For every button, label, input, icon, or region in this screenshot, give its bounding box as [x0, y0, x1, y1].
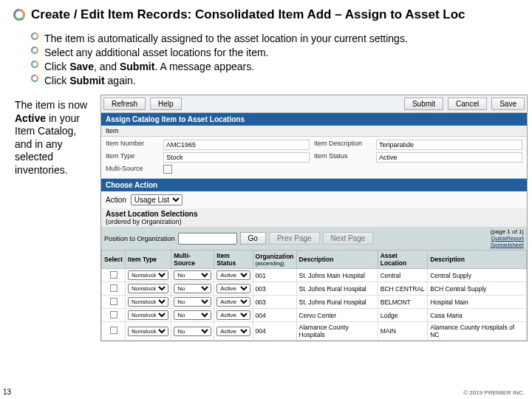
table-row: NonstockNoActive004Alamance County Hospi… — [102, 322, 527, 341]
row-adesc: BCH Central Supply — [428, 282, 527, 296]
row-org: 003 — [253, 282, 296, 296]
row-org: 003 — [253, 296, 296, 309]
row-type-select[interactable]: Nonstock — [128, 310, 168, 320]
row-multi-select[interactable]: No — [174, 327, 211, 336]
list-item: Click Save, and Submit. A message appear… — [31, 61, 517, 72]
row-select-checkbox[interactable] — [110, 327, 117, 334]
panel-title: Assign Catalog Item to Asset Locations — [101, 113, 527, 126]
row-multi-select[interactable]: No — [174, 310, 211, 320]
bullet-list: The item is automatically assigned to th… — [0, 27, 532, 93]
col-adesc: Description — [428, 250, 527, 269]
refresh-button[interactable]: Refresh — [103, 98, 146, 110]
bullet-icon — [31, 75, 38, 82]
position-input[interactable] — [178, 233, 237, 245]
row-org: 004 — [253, 309, 296, 322]
table-row: NonstockNoActive004Cervo CenterLodgeCasa… — [102, 309, 527, 322]
row-asset: Lodge — [378, 309, 428, 322]
col-desc: Description — [296, 250, 378, 269]
row-asset: BCH CENTRAL — [378, 282, 428, 296]
item-status-label: Item Status — [314, 152, 372, 163]
row-adesc: Hospital Main — [428, 296, 527, 309]
item-number-label: Item Number — [106, 140, 159, 150]
page-indicator: (page 1 of 1) — [491, 228, 524, 235]
submit-button[interactable]: Submit — [404, 98, 443, 110]
row-adesc: Alamance County Hospitals of NC — [428, 322, 527, 341]
help-button[interactable]: Help — [150, 98, 182, 110]
table-row: NonstockNoActive003St. Johns Rural Hospi… — [102, 296, 527, 309]
section-item: Item — [101, 126, 527, 137]
row-desc: St. Johns Rural Hospital — [296, 296, 378, 309]
row-multi-select[interactable]: No — [174, 270, 211, 280]
next-page-button[interactable]: Next Page — [323, 232, 374, 245]
item-type-label: Item Type — [106, 152, 159, 163]
row-adesc: Casa Maria — [428, 309, 527, 322]
row-org: 004 — [253, 322, 296, 341]
row-type-select[interactable]: Nonstock — [128, 284, 168, 293]
page-title: Create / Edit Item Records: Consolidated… — [31, 7, 466, 22]
row-desc: Alamance County Hospitals — [296, 322, 378, 341]
row-adesc: Central Supply — [428, 269, 527, 282]
bullet-icon — [31, 33, 38, 40]
row-org: 001 — [253, 269, 296, 282]
multi-source-label: Multi-Source — [106, 165, 159, 175]
row-status-select[interactable]: Active — [216, 327, 250, 336]
action-select[interactable]: Usage List — [131, 194, 183, 205]
col-status: Item Status — [214, 250, 253, 269]
list-item: The item is automatically assigned to th… — [31, 33, 517, 44]
row-select-checkbox[interactable] — [110, 311, 117, 318]
prev-page-button[interactable]: Prev Page — [269, 232, 320, 245]
col-asset: Asset Location — [378, 250, 428, 269]
row-status-select[interactable]: Active — [216, 310, 250, 320]
logo-icon — [13, 9, 25, 21]
cancel-button[interactable]: Cancel — [448, 98, 487, 110]
multi-source-checkbox[interactable] — [163, 165, 172, 174]
action-label: Action — [106, 196, 126, 204]
row-asset: Central — [378, 269, 428, 282]
side-note: The item is now Active in your Item Cata… — [15, 95, 95, 341]
item-number-field: AMC1965 — [163, 140, 310, 150]
item-desc-field: Teriparatide — [376, 140, 522, 150]
table-row: NonstockNoActive001St. Johns Main Hospit… — [102, 269, 527, 282]
list-item: Click Submit again. — [31, 75, 517, 86]
col-select: Select — [102, 250, 126, 269]
toolbar: Refresh Help Submit Cancel Save — [101, 95, 527, 113]
row-select-checkbox[interactable] — [110, 298, 117, 305]
row-desc: St. Johns Main Hospital — [296, 269, 378, 282]
row-asset: MAIN — [378, 322, 428, 341]
item-desc-label: Item Description — [314, 140, 372, 150]
item-status-field: Active — [376, 152, 522, 163]
row-status-select[interactable]: Active — [216, 284, 250, 293]
row-multi-select[interactable]: No — [174, 297, 211, 307]
choose-action-bar: Choose Action — [101, 179, 527, 191]
row-status-select[interactable]: Active — [216, 297, 250, 307]
row-desc: St. Johns Rural Hospital — [296, 282, 378, 296]
spreadsheet-link[interactable]: Spreadsheet — [491, 242, 524, 248]
row-desc: Cervo Center — [296, 309, 378, 322]
row-select-checkbox[interactable] — [110, 284, 117, 292]
go-button[interactable]: Go — [240, 232, 266, 245]
selections-header: Asset Location Selections(ordered by Org… — [101, 208, 527, 227]
col-multi: Multi-Source — [171, 250, 214, 269]
save-button[interactable]: Save — [491, 98, 525, 110]
pager: Position to Organization Go Prev Page Ne… — [101, 227, 527, 250]
row-type-select[interactable]: Nonstock — [128, 297, 168, 307]
asset-table: Select Item Type Multi-Source Item Statu… — [101, 250, 527, 341]
col-item-type: Item Type — [126, 250, 171, 269]
row-status-select[interactable]: Active — [216, 270, 250, 280]
row-select-checkbox[interactable] — [110, 271, 117, 279]
list-item: Select any additional asset locations fo… — [31, 47, 517, 58]
quickreport-link[interactable]: QuickReport — [491, 235, 524, 242]
copyright: © 2019 PREMIER INC. — [463, 389, 525, 396]
col-org: Organization(ascending) — [253, 250, 296, 269]
table-row: NonstockNoActive003St. Johns Rural Hospi… — [102, 282, 527, 296]
bullet-icon — [31, 61, 38, 68]
row-type-select[interactable]: Nonstock — [128, 327, 168, 336]
bullet-icon — [31, 47, 38, 54]
page-number: 13 — [3, 388, 11, 396]
row-asset: BELMONT — [378, 296, 428, 309]
row-multi-select[interactable]: No — [174, 284, 211, 293]
app-screenshot: Refresh Help Submit Cancel Save Assign C… — [100, 95, 528, 341]
form-grid: Item Number AMC1965 Item Description Ter… — [101, 137, 527, 179]
item-type-field: Stock — [163, 152, 310, 163]
row-type-select[interactable]: Nonstock — [128, 270, 168, 280]
